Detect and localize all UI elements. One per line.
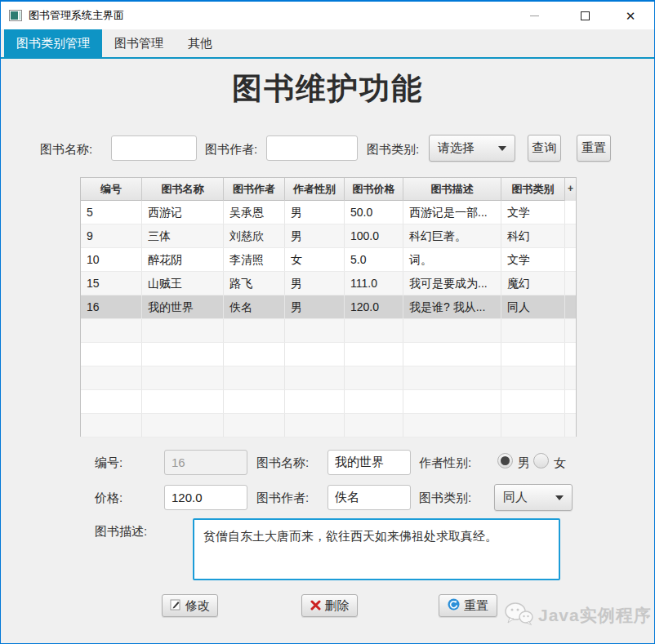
search-book-category-label: 图书类别: <box>367 142 419 158</box>
form-category-select[interactable]: 同人 <box>494 484 573 511</box>
column-header[interactable]: 图书作者 <box>224 178 285 201</box>
table-row[interactable]: 10醉花阴李清照女5.0词。文学 <box>81 248 576 272</box>
table-cell <box>142 366 224 389</box>
table-cell: 山贼王 <box>142 272 224 295</box>
table-cell <box>142 343 224 366</box>
close-button[interactable]: ✕ <box>612 2 649 29</box>
form-price-input[interactable] <box>164 485 247 510</box>
column-header[interactable]: 图书描述 <box>403 178 501 201</box>
table-body: 5西游记吴承恩男50.0西游记是一部...文学9三体刘慈欣男100.0科幻巨著。… <box>81 201 576 437</box>
maximize-button[interactable] <box>566 2 604 29</box>
table-cell: 魔幻 <box>501 272 565 295</box>
reset-button-label: 重置 <box>464 598 488 614</box>
table-menu-button[interactable]: + <box>565 178 576 201</box>
maximize-icon <box>581 11 590 20</box>
table-cell <box>285 414 345 437</box>
table-cell <box>403 414 501 437</box>
column-header[interactable]: 图书类别 <box>501 178 565 201</box>
column-header[interactable]: 编号 <box>81 178 142 201</box>
gender-female-radio[interactable] <box>533 453 549 469</box>
table-cell: 醉花阴 <box>142 248 224 271</box>
table-header-row: 编号图书名称图书作者作者性别图书价格图书描述图书类别+ <box>81 178 576 201</box>
search-book-name-label: 图书名称: <box>40 142 92 158</box>
table-row[interactable]: 15山贼王路飞男111.0我可是要成为...魔幻 <box>81 272 576 295</box>
table-cell: 词。 <box>403 248 501 271</box>
table-cell: 我可是要成为... <box>403 272 501 295</box>
table-row[interactable] <box>81 319 576 343</box>
table-cell <box>81 414 142 437</box>
table-cell: 男 <box>285 295 345 318</box>
table-cell: 科幻 <box>501 224 565 247</box>
table-cell <box>224 390 285 413</box>
table-cell: 100.0 <box>345 224 403 247</box>
form-book-name-input[interactable] <box>328 450 411 475</box>
table-cell: 西游记是一部... <box>403 201 501 224</box>
gender-male-radio[interactable] <box>497 453 513 469</box>
table-cell <box>501 366 565 389</box>
table-cell <box>142 319 224 342</box>
table-cell: 111.0 <box>345 272 403 295</box>
form-price-label: 价格: <box>95 491 123 506</box>
table-row[interactable] <box>81 366 576 390</box>
search-book-name-input[interactable] <box>111 135 197 161</box>
delete-button-label: 删除 <box>325 598 350 614</box>
table-cell: 吴承恩 <box>224 201 285 224</box>
table-cell: 120.0 <box>345 295 403 318</box>
table-cell <box>224 319 285 342</box>
table-row[interactable]: 9三体刘慈欣男100.0科幻巨著。科幻 <box>81 224 576 248</box>
table-cell <box>285 319 345 342</box>
form-description-label: 图书描述: <box>95 524 147 540</box>
table-row[interactable]: 5西游记吴承恩男50.0西游记是一部...文学 <box>81 201 576 224</box>
table-row[interactable] <box>81 343 576 366</box>
form-author-input[interactable] <box>328 485 411 510</box>
watermark-text: Java实例程序 <box>538 604 652 627</box>
watermark: Java实例程序 <box>504 602 652 629</box>
tab-book-management[interactable]: 图书管理 <box>102 29 176 57</box>
table-cell: 刘慈欣 <box>224 224 285 247</box>
table-cell: 路飞 <box>224 272 285 295</box>
table-cell <box>403 366 501 389</box>
table-cell: 女 <box>285 248 345 271</box>
table-cell <box>81 319 142 342</box>
table-cell: 男 <box>285 224 345 247</box>
tab-other[interactable]: 其他 <box>176 29 225 57</box>
table-cell <box>501 390 565 413</box>
table-cell: 三体 <box>142 224 224 247</box>
minimize-icon <box>530 16 539 16</box>
table-cell <box>345 366 403 389</box>
chat-bubbles-icon <box>504 602 533 629</box>
form-gender-label: 作者性别: <box>419 455 471 471</box>
table-cell <box>81 366 142 389</box>
form-id-input <box>164 450 247 475</box>
column-header[interactable]: 图书价格 <box>345 178 403 201</box>
form-author-label: 图书作者: <box>256 491 309 506</box>
table-cell: 佚名 <box>224 295 285 318</box>
table-cell <box>501 414 565 437</box>
delete-button[interactable]: 删除 <box>301 594 358 617</box>
book-description-textarea[interactable]: 贫僧自东土大唐而来，欲往西天如来佛祖处求取真经。 <box>193 518 560 580</box>
form-id-label: 编号: <box>95 455 123 471</box>
column-header[interactable]: 作者性别 <box>285 178 345 201</box>
search-reset-button[interactable]: 重置 <box>577 135 611 162</box>
table-cell <box>345 343 403 366</box>
table-row[interactable]: 16我的世界佚名男120.0我是谁? 我从...同人 <box>81 295 576 319</box>
app-icon <box>9 10 22 21</box>
table-row[interactable] <box>81 414 576 437</box>
edit-button[interactable]: 修改 <box>162 594 218 617</box>
tab-book-category-management[interactable]: 图书类别管理 <box>4 29 102 57</box>
page-title: 图书维护功能 <box>1 69 654 109</box>
table-cell <box>403 343 501 366</box>
search-category-select[interactable]: 请选择 <box>429 135 515 162</box>
table-cell <box>224 343 285 366</box>
table-cell <box>285 343 345 366</box>
column-header[interactable]: 图书名称 <box>142 178 224 201</box>
query-button[interactable]: 查询 <box>528 135 561 162</box>
minimize-button[interactable] <box>515 2 553 29</box>
form-reset-button[interactable]: 重置 <box>439 594 497 617</box>
search-book-author-input[interactable] <box>266 135 358 161</box>
table-cell: 50.0 <box>345 201 403 224</box>
table-row[interactable] <box>81 390 576 414</box>
tab-bar: 图书类别管理 图书管理 其他 <box>1 29 654 59</box>
table-cell <box>81 390 142 413</box>
search-category-value: 请选择 <box>438 140 475 156</box>
